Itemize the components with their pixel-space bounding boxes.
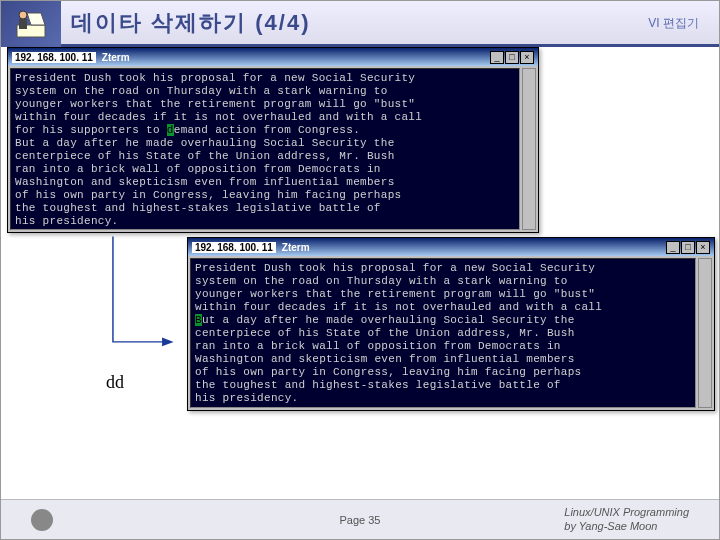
- slide-header: 데이타 삭제하기 (4/4) VI 편집기: [1, 1, 719, 47]
- minimize-button[interactable]: _: [490, 51, 504, 64]
- terminal-window-after: 192. 168. 100. 11 Zterm _ □ × President …: [187, 237, 715, 411]
- university-logo-icon: [31, 509, 53, 531]
- person-reading-icon: [11, 5, 51, 41]
- page-number: Page 35: [340, 514, 381, 526]
- minimize-button[interactable]: _: [666, 241, 680, 254]
- maximize-button[interactable]: □: [505, 51, 519, 64]
- terminal-window-before: 192. 168. 100. 11 Zterm _ □ × President …: [7, 47, 539, 233]
- terminal-titlebar: 192. 168. 100. 11 Zterm _ □ ×: [188, 238, 714, 256]
- terminal-ip: 192. 168. 100. 11: [12, 52, 96, 63]
- text-segment: emand action from Congress. But a day af…: [15, 124, 401, 227]
- window-buttons: _ □ ×: [666, 241, 710, 254]
- slide-footer: Page 35 Linux/UNIX Programming by Yang-S…: [1, 499, 719, 539]
- arrow-icon: [99, 235, 189, 365]
- footer-credits: Linux/UNIX Programming by Yang-Sae Moon: [564, 506, 689, 532]
- slide-body: 192. 168. 100. 11 Zterm _ □ × President …: [1, 47, 719, 501]
- command-label: dd: [106, 372, 124, 393]
- corner-label: VI 편집기: [648, 15, 699, 32]
- terminal-app-name: Zterm: [282, 242, 310, 253]
- terminal-titlebar: 192. 168. 100. 11 Zterm _ □ ×: [8, 48, 538, 66]
- close-button[interactable]: ×: [520, 51, 534, 64]
- svg-point-1: [19, 11, 27, 19]
- text-segment: ut a day after he made overhauling Socia…: [195, 314, 581, 404]
- terminal-app-name: Zterm: [102, 52, 130, 63]
- cursor: d: [167, 124, 174, 136]
- window-buttons: _ □ ×: [490, 51, 534, 64]
- svg-rect-2: [19, 19, 27, 29]
- text-segment: President Dush took his proposal for a n…: [195, 262, 602, 313]
- course-name: Linux/UNIX Programming: [564, 506, 689, 519]
- terminal-ip: 192. 168. 100. 11: [192, 242, 276, 253]
- author-name: by Yang-Sae Moon: [564, 520, 689, 533]
- scrollbar[interactable]: [522, 68, 536, 230]
- maximize-button[interactable]: □: [681, 241, 695, 254]
- terminal-text: President Dush took his proposal for a n…: [10, 68, 520, 230]
- cursor: B: [195, 314, 202, 326]
- close-button[interactable]: ×: [696, 241, 710, 254]
- slide-title: 데이타 삭제하기 (4/4): [71, 8, 310, 38]
- terminal-text: President Dush took his proposal for a n…: [190, 258, 696, 408]
- scrollbar[interactable]: [698, 258, 712, 408]
